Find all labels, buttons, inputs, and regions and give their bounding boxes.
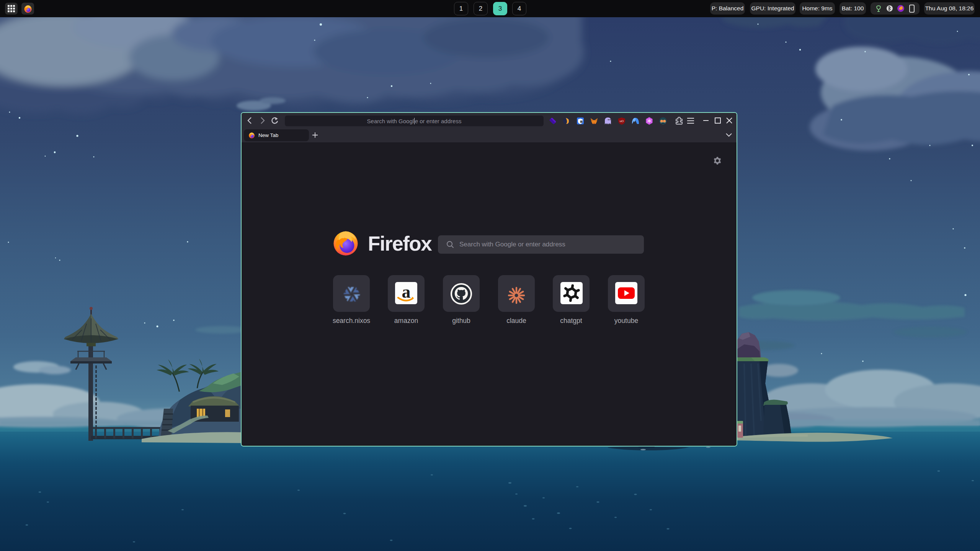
svg-text:a: a xyxy=(402,282,411,302)
svg-text:uO: uO xyxy=(620,119,624,123)
